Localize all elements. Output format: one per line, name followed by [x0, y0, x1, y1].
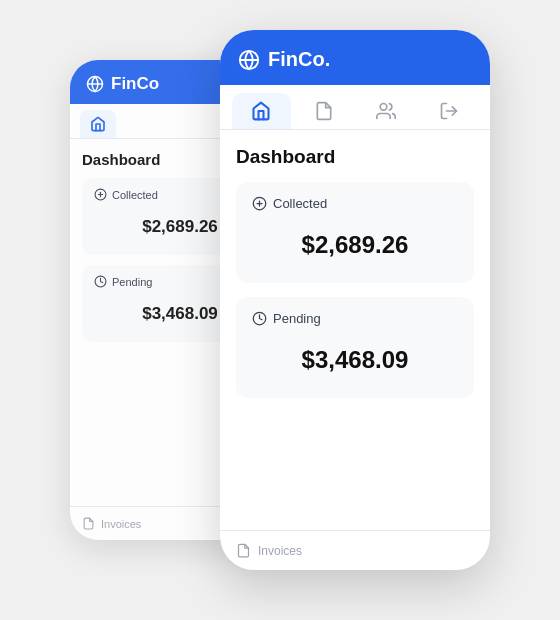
back-logo-text: FinCo [111, 74, 159, 94]
front-pending-value: $3,468.09 [252, 336, 458, 384]
back-globe-icon [86, 75, 104, 93]
front-collected-label: Collected [252, 196, 458, 211]
front-nav-home[interactable] [232, 93, 291, 129]
scene: FinCo Dashboard Collected $2,689.26 [70, 30, 490, 590]
front-nav-users[interactable] [357, 93, 416, 129]
front-pending-card: Pending $3,468.09 [236, 297, 474, 398]
back-invoices-label: Invoices [101, 518, 141, 530]
front-header: FinCo. [220, 30, 490, 85]
front-collected-card: Collected $2,689.26 [236, 182, 474, 283]
back-nav-home[interactable] [80, 110, 116, 138]
front-page-title: Dashboard [236, 146, 474, 168]
front-invoices-label: Invoices [258, 544, 302, 558]
phone-front: FinCo. [220, 30, 490, 570]
svg-point-8 [380, 104, 387, 111]
front-globe-icon [238, 49, 260, 71]
front-pending-label: Pending [252, 311, 458, 326]
front-logo-text: FinCo. [268, 48, 330, 71]
front-nav-logout[interactable] [420, 93, 479, 129]
front-bottom-nav[interactable]: Invoices [220, 530, 490, 570]
front-nav [220, 85, 490, 130]
front-content: Dashboard Collected $2,689.26 Pending [220, 130, 490, 428]
front-nav-documents[interactable] [295, 93, 354, 129]
front-collected-value: $2,689.26 [252, 221, 458, 269]
